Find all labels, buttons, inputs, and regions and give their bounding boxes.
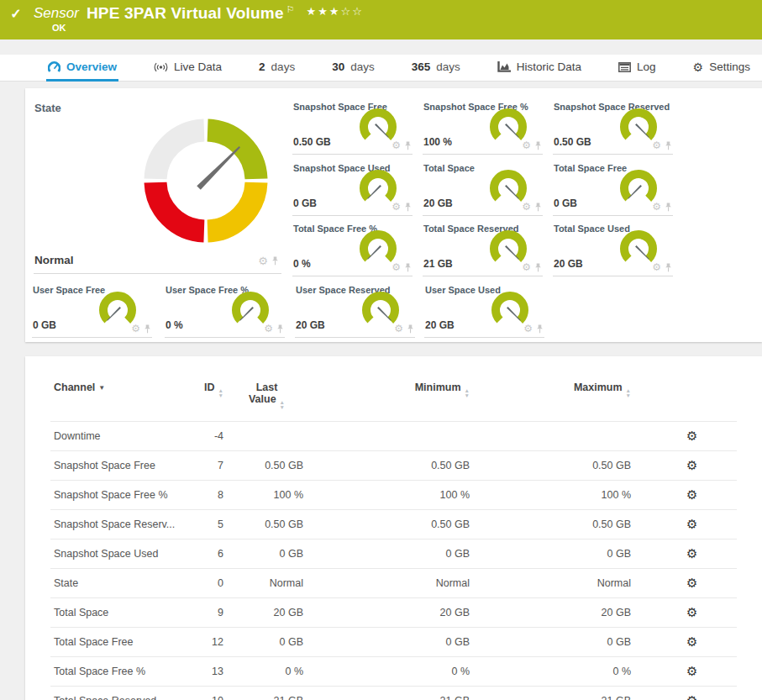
pin-icon[interactable] <box>534 141 542 150</box>
gear-icon[interactable]: ⚙ <box>522 202 531 212</box>
tab-2-days[interactable]: 2days <box>257 55 297 82</box>
tab-live-data[interactable]: Live Data <box>152 55 223 82</box>
pin-icon[interactable] <box>276 324 284 334</box>
channel-id: 12 <box>197 628 227 657</box>
channel-maximum: 20 GB <box>473 598 634 628</box>
tab-settings[interactable]: ⚙Settings <box>691 55 752 82</box>
pin-icon[interactable] <box>404 203 412 212</box>
gear-icon[interactable]: ⚙ <box>392 202 401 212</box>
pin-icon[interactable] <box>407 324 414 334</box>
gear-icon[interactable]: ⚙ <box>522 140 531 150</box>
gear-icon[interactable]: ⚙ <box>652 202 661 212</box>
sensor-kicker: Sensor <box>34 5 79 22</box>
flag-icon[interactable]: ⚐ <box>286 4 295 15</box>
gauge-value: 0 GB <box>293 197 317 209</box>
channel-minimum: 0.50 GB <box>307 510 473 539</box>
table-row-snapshot-space-free: Snapshot Space Free70.50 GB0.50 GB0.50 G… <box>50 451 737 481</box>
pin-icon[interactable] <box>404 141 412 150</box>
channel-minimum: 0.50 GB <box>307 451 473 481</box>
pin-icon[interactable] <box>665 141 672 150</box>
channel-settings-icon[interactable]: ⚙ <box>686 487 697 502</box>
tab-number: 2 <box>259 61 265 73</box>
channel-minimum: Normal <box>307 569 473 598</box>
tab-bar: OverviewLive Data2days30days365daysHisto… <box>0 55 762 82</box>
gear-icon[interactable]: ⚙ <box>131 324 140 334</box>
channels-table: Channel▼ID▲▼LastValue▲▼Minimum▲▼Maximum▲… <box>50 375 737 700</box>
channel-settings-icon[interactable]: ⚙ <box>686 458 697 472</box>
table-row-total-space-free: Total Space Free %130 %0 %0 %⚙ <box>50 657 737 687</box>
gear-icon[interactable]: ⚙ <box>392 262 401 272</box>
gauge-tile-snapshot-space-free: Snapshot Space Free %100 %⚙ <box>423 99 543 155</box>
column-header-id[interactable]: ID▲▼ <box>197 375 227 422</box>
channel-maximum: Normal <box>473 569 634 598</box>
channel-id: 13 <box>197 657 227 687</box>
pin-icon[interactable] <box>665 203 672 212</box>
tab-number: 365 <box>412 61 431 73</box>
channel-id: 7 <box>197 451 227 481</box>
state-gauge-dial <box>143 118 269 244</box>
pin-icon[interactable] <box>404 263 412 272</box>
channel-last-value <box>227 422 307 451</box>
column-header-minimum[interactable]: Minimum▲▼ <box>307 375 473 422</box>
gauge-value: 0 GB <box>554 197 577 209</box>
tab-30-days[interactable]: 30days <box>330 55 376 82</box>
tab-label: Log <box>637 61 656 73</box>
column-header-channel[interactable]: Channel▼ <box>50 375 197 422</box>
channel-settings-icon[interactable]: ⚙ <box>686 517 697 531</box>
channel-settings-icon[interactable]: ⚙ <box>686 576 697 590</box>
channel-maximum: 0.50 GB <box>473 510 634 539</box>
channel-settings-icon[interactable]: ⚙ <box>686 664 697 678</box>
gear-icon[interactable]: ⚙ <box>523 324 533 334</box>
gear-icon[interactable]: ⚙ <box>258 255 268 266</box>
gear-icon[interactable]: ⚙ <box>652 140 661 150</box>
pin-icon[interactable] <box>534 203 542 212</box>
channel-settings-icon[interactable]: ⚙ <box>686 429 697 443</box>
gauge-value: 20 GB <box>296 319 325 331</box>
tab-label: Settings <box>709 61 750 73</box>
channel-id: 5 <box>197 510 227 539</box>
tab-label: days <box>436 61 460 73</box>
tab-overview[interactable]: Overview <box>46 55 118 82</box>
channel-name: Total Space Free % <box>50 657 197 687</box>
channel-maximum: 0 % <box>473 657 634 687</box>
channel-settings-icon[interactable]: ⚙ <box>686 605 697 619</box>
column-header-maximum[interactable]: Maximum▲▼ <box>473 375 634 422</box>
tab-historic-data[interactable]: Historic Data <box>496 55 583 82</box>
channel-maximum: 100 % <box>473 481 634 510</box>
gauge-tile-user-space-reserved: User Space Reserved20 GB⚙ <box>295 282 415 338</box>
gear-icon[interactable]: ⚙ <box>652 262 661 272</box>
gauge-tile-total-space-free: Total Space Free0 GB⚙ <box>553 161 673 216</box>
sort-icon: ▲▼ <box>626 388 631 397</box>
channel-last-value: 21 GB <box>227 687 307 700</box>
table-row-downtime: Downtime-4⚙ <box>50 422 737 451</box>
gear-icon[interactable]: ⚙ <box>392 140 401 150</box>
gear-icon[interactable]: ⚙ <box>264 324 273 334</box>
tab-365-days[interactable]: 365days <box>410 55 462 82</box>
column-header-last-value[interactable]: LastValue▲▼ <box>227 375 307 422</box>
gear-icon[interactable]: ⚙ <box>394 324 403 334</box>
gauge-value: 0.50 GB <box>293 136 331 148</box>
priority-stars[interactable]: ★★★☆☆ <box>307 5 364 18</box>
pin-icon[interactable] <box>536 324 544 334</box>
pin-icon[interactable] <box>665 263 672 272</box>
gauge-value: 20 GB <box>425 319 455 331</box>
channel-settings-icon[interactable]: ⚙ <box>686 693 697 700</box>
signal-icon <box>154 62 168 72</box>
check-icon: ✓ <box>7 6 25 22</box>
channel-maximum: 0 GB <box>473 628 634 657</box>
gauge-title: State <box>34 99 281 114</box>
pin-icon[interactable] <box>534 263 542 272</box>
pin-icon[interactable] <box>271 256 279 266</box>
gauge-tile-snapshot-space-reserved: Snapshot Space Reserved0.50 GB⚙ <box>553 99 673 155</box>
channel-name: Snapshot Space Free % <box>50 481 197 510</box>
pin-icon[interactable] <box>144 324 151 334</box>
gauge-value: 100 % <box>423 136 452 148</box>
tab-log[interactable]: Log <box>617 55 658 82</box>
gear-icon[interactable]: ⚙ <box>522 262 531 272</box>
table-row-state: State0NormalNormalNormal⚙ <box>50 569 737 598</box>
table-row-total-space-reserved: Total Space Reserved1021 GB21 GB21 GB⚙ <box>50 687 737 700</box>
channel-settings-icon[interactable]: ⚙ <box>686 634 697 649</box>
channel-name: Total Space Reserved <box>50 687 197 700</box>
table-row-total-space-free: Total Space Free120 GB0 GB0 GB⚙ <box>50 628 737 657</box>
channel-settings-icon[interactable]: ⚙ <box>686 546 697 561</box>
